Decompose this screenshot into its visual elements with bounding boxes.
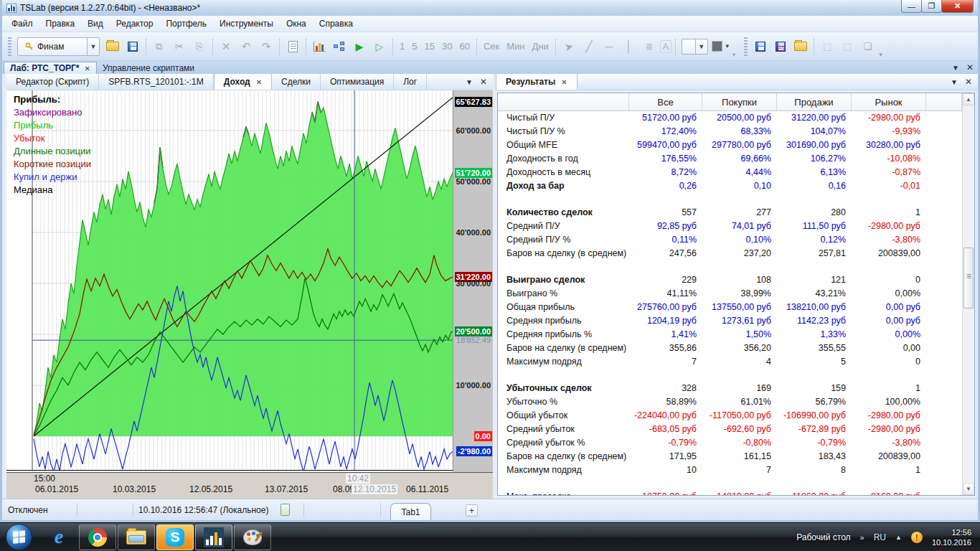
table-row[interactable]: Баров на сделку (в среднем)171,95161,151…	[498, 450, 974, 463]
toolbar-chevron-icon[interactable]: »	[860, 533, 864, 542]
table-row[interactable]: Баров на сделку (в среднем)355,86356,203…	[498, 342, 974, 355]
table-row[interactable]: Баров на сделку (в среднем)247,56237,202…	[498, 247, 974, 260]
close-button[interactable]: ✕	[941, 0, 974, 13]
run-agent-button[interactable]: ▷	[370, 37, 389, 56]
toolbar-grip[interactable]	[8, 37, 11, 56]
restore-button[interactable]: ❐	[921, 0, 942, 13]
table-row[interactable]: Чистый П/У %172,40%68,33%104,07%-9,93%	[498, 125, 974, 138]
table-row[interactable]: Доходность в месяц8,72%4,44%6,13%-0,87%	[498, 166, 974, 179]
table-row[interactable]: Средняя прибыль %1,41%1,50%1,33%0,00%	[498, 328, 974, 342]
taskbar-skype[interactable]: S	[156, 524, 194, 550]
scrollbar-thumb[interactable]	[963, 248, 974, 309]
chart-tab-SPFB.RTS_120101:-:1M[interactable]: SPFB.RTS_120101:-:1M	[99, 74, 214, 90]
main-tab[interactable]: Лаб: РТС_ТОРГ*✕	[4, 62, 97, 74]
column-header[interactable]: Покупки	[702, 93, 777, 110]
hline-tool[interactable]: ─	[600, 37, 618, 56]
save-button[interactable]	[123, 37, 142, 56]
interval-15[interactable]: 15	[420, 38, 438, 55]
table-row[interactable]: Чистый П/У51720,00 руб20500,00 руб31220,…	[498, 111, 974, 125]
toolbar-grip-2[interactable]	[744, 37, 748, 56]
menu-Вид[interactable]: Вид	[81, 17, 110, 31]
table-row[interactable]: Количество сделок5572772801	[498, 206, 974, 220]
taskbar-tslab[interactable]	[195, 524, 232, 550]
cut-button[interactable]: ✂	[170, 37, 189, 56]
chart-tab-Оптимизация[interactable]: Оптимизация	[321, 74, 394, 90]
table-row[interactable]: Убыточно %58,89%61,01%56,79%100,00%	[498, 395, 974, 409]
table-row[interactable]: Средний П/У92,85 руб74,01 руб111,50 руб-…	[498, 220, 974, 233]
paste-button[interactable]: ⎘	[190, 37, 209, 56]
table-row[interactable]: Средний П/У %0,11%0,10%0,12%-3,80%	[498, 233, 974, 247]
menu-Справка[interactable]: Справка	[313, 17, 359, 31]
windows-cascade-button[interactable]: ❏	[858, 37, 877, 56]
table-row[interactable]: Средняя прибыль1204,19 руб1273,61 руб114…	[498, 314, 974, 328]
tabs-menu-icon[interactable]: ▼	[952, 64, 959, 72]
results-close-icon[interactable]: ✕	[965, 77, 972, 87]
add-tab-button[interactable]: +	[466, 504, 478, 517]
results-scrollbar[interactable]: ▲ ▼	[962, 93, 974, 495]
chart-tab-Сделки[interactable]: Сделки	[272, 74, 321, 90]
layout-2-button[interactable]: ⬚	[838, 37, 857, 56]
desktop-toolbar-label[interactable]: Рабочий стол	[796, 532, 850, 542]
toolbar-overflow-icon-2[interactable]: ▾	[879, 51, 882, 58]
taskbar-chrome[interactable]	[79, 524, 116, 550]
run-button[interactable]: ▶	[350, 37, 369, 56]
scroll-down-icon[interactable]: ▼	[963, 483, 974, 495]
menu-Файл[interactable]: Файл	[5, 17, 39, 31]
unit-Сек[interactable]: Сек	[480, 38, 503, 55]
table-row[interactable]: Макс. просадка-18750,00 руб-14810,00 руб…	[498, 490, 974, 496]
panel-close-icon[interactable]: ✕	[480, 77, 487, 87]
column-header[interactable]: Все	[629, 93, 702, 110]
taskbar-file-explorer[interactable]	[118, 524, 155, 550]
tray-expand-icon[interactable]: ▲	[895, 534, 902, 541]
table-row[interactable]: Выиграно сделок2291081210	[498, 273, 974, 287]
copy-button[interactable]: ⧉	[150, 37, 169, 56]
menu-Инструменты[interactable]: Инструменты	[213, 17, 280, 31]
redo-button[interactable]: ↷	[257, 37, 275, 56]
results-menu-icon[interactable]: ▼	[951, 78, 958, 86]
menu-Правка[interactable]: Правка	[39, 17, 82, 31]
workspace-tab1[interactable]: Tab1	[390, 503, 431, 520]
tab-results[interactable]: Результаты ✕	[496, 74, 578, 90]
undo-button[interactable]: ↶	[237, 37, 255, 56]
trendline-tool[interactable]: ╱	[580, 37, 598, 56]
account-dropdown-icon[interactable]: ▼	[87, 38, 99, 55]
taskbar-paint[interactable]	[234, 524, 271, 550]
unit-Дни[interactable]: Дни	[528, 38, 552, 55]
scroll-up-icon[interactable]: ▲	[963, 93, 974, 105]
start-button[interactable]	[6, 524, 32, 550]
vline-tool[interactable]: │	[620, 37, 639, 56]
delete-button[interactable]: ✕	[217, 37, 235, 56]
interval-60[interactable]: 60	[456, 38, 473, 55]
chart-view-button[interactable]	[310, 37, 329, 56]
minimize-button[interactable]: —	[901, 0, 922, 13]
text-tool[interactable]: A	[660, 40, 672, 53]
table-row[interactable]: Средний убыток %-0,79%-0,80%-0,79%-3,80%	[498, 436, 974, 450]
chart-tab-Лог[interactable]: Лог	[394, 74, 427, 90]
table-row[interactable]: Доход за бар0,260,100,16-0,01	[498, 179, 974, 193]
unit-Мин[interactable]: Мин	[503, 38, 528, 55]
interval-5[interactable]: 5	[408, 38, 420, 55]
interval-1[interactable]: 1	[396, 38, 408, 55]
table-row[interactable]: Общий MFE599470,00 руб297780,00 руб30169…	[498, 138, 974, 152]
table-row[interactable]: Средний убыток-683,05 руб-692,60 руб-672…	[498, 423, 974, 436]
table-row[interactable]: Выиграно %41,11%38,99%43,21%0,00%	[498, 287, 974, 301]
tab-close-icon[interactable]: ✕	[85, 65, 90, 72]
save-workspace-button[interactable]	[751, 37, 770, 56]
chart-tab-Редактор (Скрипт)[interactable]: Редактор (Скрипт)	[6, 74, 99, 90]
layout-1-button[interactable]: ⬚	[818, 37, 837, 56]
notification-warning-icon[interactable]: !	[911, 532, 923, 543]
menu-Портфель[interactable]: Портфель	[159, 17, 213, 31]
schema-view-button[interactable]	[330, 37, 349, 56]
account-combo[interactable]: Финам ▼	[17, 37, 100, 56]
tab-close-icon[interactable]: ✕	[256, 78, 262, 86]
style-dropdown[interactable]: ▼	[682, 39, 708, 55]
menu-Редактор[interactable]: Редактор	[110, 17, 160, 31]
tabs-close-icon[interactable]: ✕	[966, 62, 974, 72]
table-row[interactable]: Доходность в год176,55%69,66%106,27%-10,…	[498, 152, 974, 166]
toolbar-overflow-icon[interactable]: ▾	[732, 51, 736, 58]
table-row[interactable]: Убыточных сделок3281691591	[498, 382, 974, 395]
equity-chart[interactable]: 65'627.8360'000.0051'720.0050'000.0040'0…	[6, 90, 493, 472]
column-header[interactable]	[498, 93, 629, 110]
chart-tab-Доход[interactable]: Доход✕	[214, 74, 272, 90]
main-tab[interactable]: Управление скриптами	[97, 62, 200, 74]
